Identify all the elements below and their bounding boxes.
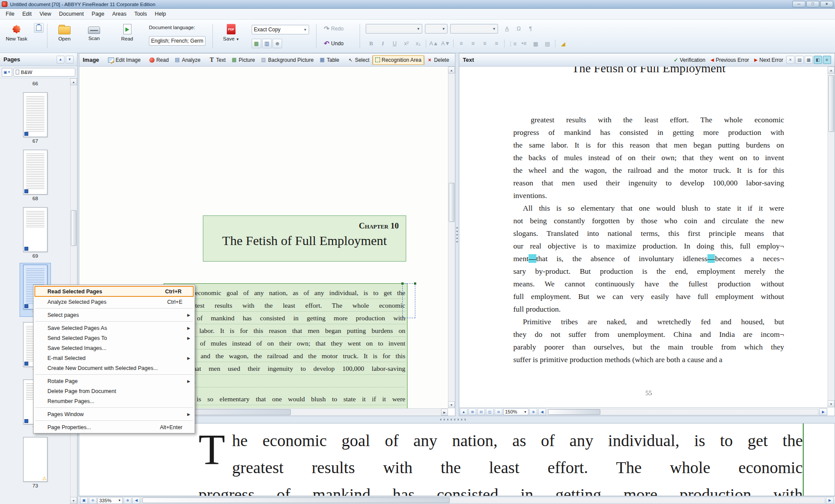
copy-text-button[interactable]: ▤ — [795, 56, 804, 64]
image-tool-text[interactable]: TText — [206, 55, 228, 65]
menu-page[interactable]: Page — [88, 9, 108, 19]
menu-edit[interactable]: Edit — [18, 9, 36, 19]
menu-item-select-pages[interactable]: Select pages▶ — [34, 310, 194, 320]
borders-button[interactable]: ▤ — [542, 39, 553, 48]
text-h-slider[interactable] — [548, 409, 600, 415]
highlighter-icon[interactable]: ◢ — [558, 39, 569, 48]
font-family-dropdown[interactable]: ▼ — [366, 24, 422, 34]
vertical-splitter[interactable] — [455, 53, 459, 416]
scroll-down-icon[interactable]: ▼ — [828, 400, 835, 407]
resize-handle[interactable] — [401, 282, 404, 285]
page-thumbnail-67[interactable]: 67 — [20, 91, 51, 144]
maximize-button[interactable] — [806, 1, 819, 7]
recognition-region-body[interactable]: T he economic goal of any nation, as of … — [164, 283, 407, 408]
image-tool-delete[interactable]: ×Delete — [424, 55, 451, 65]
menu-item-send-selected-pages-to[interactable]: Send Selected Pages To▶ — [34, 333, 194, 343]
font-color-icon[interactable]: A — [502, 24, 512, 34]
scroll-up-icon[interactable]: ▲ — [70, 78, 77, 85]
scroll-right-icon[interactable]: ▶ — [826, 497, 834, 504]
scroll-up-icon[interactable]: ▲ — [448, 67, 455, 74]
close-button[interactable] — [820, 1, 833, 7]
pages-view-dropdown[interactable]: B&W — [13, 68, 75, 77]
scroll-right-icon[interactable]: ▶ — [819, 408, 827, 415]
scan-button[interactable]: Scan — [81, 22, 107, 50]
zoom-h-slider[interactable] — [142, 497, 450, 503]
table-button[interactable]: ▦ — [530, 39, 541, 48]
image-tool-picture[interactable]: ▩Picture — [229, 55, 257, 65]
pages-scrollbar-slider[interactable] — [71, 210, 77, 246]
image-tool-edit-image[interactable]: Edit Image — [105, 55, 143, 65]
menu-item-save-selected-images[interactable]: Save Selected Images... — [34, 343, 194, 353]
menu-item-save-selected-pages-as[interactable]: Save Selected Pages As▶ — [34, 323, 194, 333]
image-v-slider[interactable] — [449, 183, 455, 222]
page-thumbnail-66[interactable]: 66 — [20, 78, 51, 87]
menu-file[interactable]: File — [2, 9, 18, 19]
font-size-dropdown[interactable]: ▼ — [425, 24, 448, 34]
new-task-button[interactable]: New Task — [3, 22, 30, 50]
menu-item-pages-window[interactable]: Pages Window▶ — [34, 409, 194, 419]
scroll-left-icon[interactable]: ◀ — [538, 408, 546, 415]
keep-pictures-button[interactable]: ▩ — [252, 39, 261, 48]
open-button[interactable]: Open — [51, 22, 77, 50]
image-tool-analyze[interactable]: ▤Analyze — [172, 55, 203, 65]
menu-help[interactable]: Help — [151, 9, 170, 19]
scroll-top-button[interactable]: ▲ — [460, 408, 468, 415]
zoom-h-scrollbar[interactable] — [141, 497, 825, 504]
scroll-right-icon[interactable]: ▶ — [441, 409, 448, 416]
pages-panel-up-button[interactable]: ▲ — [57, 56, 64, 64]
save-button[interactable]: Save ▼ — [218, 22, 245, 50]
scroll-down-icon[interactable]: ▼ — [70, 497, 77, 504]
panel-options-button[interactable]: ▦ — [805, 56, 813, 64]
recognized-text-area[interactable]: The Fetish of Full Employment greatest r… — [459, 67, 828, 407]
next-error-button[interactable]: ▶Next Error — [752, 56, 785, 64]
pages-selection-button[interactable]: ▣▼ — [2, 68, 12, 77]
text-h-scrollbar[interactable] — [547, 409, 818, 415]
bulleted-list-button[interactable]: •≡ — [519, 39, 529, 48]
format-mode-dropdown[interactable]: Exact Copy▼ — [252, 25, 309, 34]
zoom-level-dropdown[interactable]: 335%▼ — [98, 497, 123, 504]
text-v-scrollbar[interactable]: ▲ ▼ — [828, 67, 835, 407]
underline-button[interactable]: U — [389, 39, 400, 48]
align-left-button[interactable]: ≡ — [456, 39, 467, 48]
align-right-button[interactable]: ≡ — [479, 39, 490, 48]
zoom-out-button[interactable]: ⊖ — [89, 497, 97, 504]
subscript-button[interactable]: x₂ — [413, 39, 424, 48]
scroll-down-icon[interactable]: ▼ — [448, 401, 455, 408]
menu-item-rotate-page[interactable]: Rotate Page▶ — [34, 376, 194, 386]
layout-split-v-button[interactable]: ◫ — [486, 408, 494, 415]
page-thumbnail-73[interactable]: ⚠73 — [20, 436, 51, 489]
special-character-icon[interactable]: Ω — [513, 24, 524, 34]
text-zoom-in-button[interactable]: ⊕ — [529, 408, 537, 415]
close-panel-button[interactable]: × — [786, 56, 795, 64]
superscript-button[interactable]: x² — [401, 39, 412, 48]
image-tool-recognition-area[interactable]: Recognition Area — [373, 55, 424, 65]
undo-button[interactable]: ↶Undo — [322, 39, 345, 48]
menu-item-page-properties[interactable]: Page Properties...Alt+Enter — [34, 422, 194, 432]
menu-item-create-new-document-with-selected-pages[interactable]: Create New Document with Selected Pages.… — [34, 363, 194, 373]
nonprinting-characters-icon[interactable]: ¶ — [525, 24, 536, 34]
menu-document[interactable]: Document — [55, 9, 88, 19]
menu-item-read-selected-pages[interactable]: Read Selected PagesCtrl+R — [34, 286, 194, 297]
fit-page-button[interactable]: ▣ — [80, 497, 88, 504]
keep-layout-button[interactable]: ▥ — [262, 39, 272, 48]
menu-item-delete-page-from-document[interactable]: Delete Page from Document — [34, 386, 194, 396]
menu-item-renumber-pages[interactable]: Renumber Pages... — [34, 396, 194, 406]
verification-button[interactable]: ✓Verification — [671, 56, 707, 64]
bold-button[interactable]: B — [366, 39, 377, 48]
menu-areas[interactable]: Areas — [108, 9, 131, 19]
panel-layout-button[interactable]: ◧ — [814, 56, 822, 64]
clipboard-button[interactable] — [34, 23, 44, 33]
image-tool-table[interactable]: ▦Table — [316, 55, 342, 65]
image-tool-select[interactable]: ↖Select — [345, 55, 372, 65]
previous-error-button[interactable]: ◀Previous Error — [708, 56, 751, 64]
selection-rectangle[interactable] — [402, 283, 415, 318]
text-zoom-out-button[interactable]: ⊖ — [495, 408, 502, 415]
menu-item-analyze-selected-pages[interactable]: Analyze Selected PagesCtrl+E — [34, 297, 194, 307]
layout-split-h-button[interactable]: ⊟ — [477, 408, 485, 415]
redo-button[interactable]: ↷Redo — [322, 24, 345, 34]
image-v-scrollbar[interactable]: ▲ ▼ — [448, 67, 455, 408]
scroll-up-icon[interactable]: ▲ — [828, 67, 835, 74]
menu-item-e-mail-selected[interactable]: E-mail Selected▶ — [34, 353, 194, 363]
zoom-tool-button[interactable]: ⊕ — [273, 39, 282, 48]
document-language-dropdown[interactable]: English; French; Germ▼ — [149, 36, 205, 46]
